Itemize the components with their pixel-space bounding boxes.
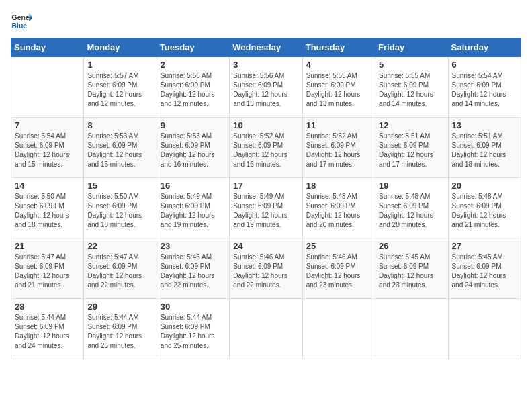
calendar-cell: 11Sunrise: 5:52 AM Sunset: 6:09 PM Dayli… [302,118,375,178]
day-number: 12 [379,120,444,130]
day-number: 2 [161,60,226,70]
calendar-cell: 12Sunrise: 5:51 AM Sunset: 6:09 PM Dayli… [375,118,448,178]
day-number: 5 [379,60,444,70]
day-info: Sunrise: 5:47 AM Sunset: 6:09 PM Dayligh… [15,253,80,290]
calendar-cell: 7Sunrise: 5:54 AM Sunset: 6:09 PM Daylig… [11,118,84,178]
calendar-cell: 21Sunrise: 5:47 AM Sunset: 6:09 PM Dayli… [11,238,84,299]
calendar-cell: 28Sunrise: 5:44 AM Sunset: 6:09 PM Dayli… [11,299,84,359]
day-info: Sunrise: 5:50 AM Sunset: 6:09 PM Dayligh… [87,192,152,230]
calendar-cell: 24Sunrise: 5:46 AM Sunset: 6:09 PM Dayli… [230,238,302,299]
day-number: 4 [306,60,371,70]
day-info: Sunrise: 5:55 AM Sunset: 6:09 PM Dayligh… [306,71,371,109]
day-info: Sunrise: 5:46 AM Sunset: 6:09 PM Dayligh… [306,253,371,290]
day-number: 10 [233,120,298,130]
day-info: Sunrise: 5:50 AM Sunset: 6:09 PM Dayligh… [15,192,80,230]
day-info: Sunrise: 5:49 AM Sunset: 6:09 PM Dayligh… [233,192,298,230]
calendar-cell: 6Sunrise: 5:54 AM Sunset: 6:09 PM Daylig… [448,57,521,118]
calendar-cell: 22Sunrise: 5:47 AM Sunset: 6:09 PM Dayli… [84,238,157,299]
day-number: 1 [87,60,152,70]
day-info: Sunrise: 5:56 AM Sunset: 6:09 PM Dayligh… [233,71,298,109]
day-number: 8 [87,120,152,130]
day-info: Sunrise: 5:54 AM Sunset: 6:09 PM Dayligh… [452,71,517,109]
calendar-cell: 5Sunrise: 5:55 AM Sunset: 6:09 PM Daylig… [375,57,448,118]
calendar-cell: 15Sunrise: 5:50 AM Sunset: 6:09 PM Dayli… [84,178,157,238]
day-number: 15 [87,181,152,191]
day-number: 23 [161,241,226,251]
calendar-cell [230,299,302,359]
day-info: Sunrise: 5:48 AM Sunset: 6:09 PM Dayligh… [379,192,444,230]
calendar-cell: 18Sunrise: 5:48 AM Sunset: 6:09 PM Dayli… [302,178,375,238]
day-number: 13 [452,120,517,130]
day-number: 19 [379,181,444,191]
calendar-cell: 14Sunrise: 5:50 AM Sunset: 6:09 PM Dayli… [11,178,84,238]
day-number: 30 [161,302,226,312]
calendar-cell: 26Sunrise: 5:45 AM Sunset: 6:09 PM Dayli… [375,238,448,299]
day-number: 6 [452,60,517,70]
day-number: 28 [15,302,80,312]
day-info: Sunrise: 5:44 AM Sunset: 6:09 PM Dayligh… [161,313,226,351]
day-number: 11 [306,120,371,130]
day-number: 16 [161,181,226,191]
day-number: 26 [379,241,444,251]
day-info: Sunrise: 5:46 AM Sunset: 6:09 PM Dayligh… [161,253,226,290]
calendar-week-row: 28Sunrise: 5:44 AM Sunset: 6:09 PM Dayli… [11,299,521,359]
calendar-cell: 29Sunrise: 5:44 AM Sunset: 6:09 PM Dayli… [84,299,157,359]
day-info: Sunrise: 5:48 AM Sunset: 6:09 PM Dayligh… [306,192,371,230]
day-number: 27 [452,241,517,251]
calendar-cell [11,57,84,118]
weekday-header: Sunday [11,38,84,57]
calendar-cell: 1Sunrise: 5:57 AM Sunset: 6:09 PM Daylig… [84,57,157,118]
day-info: Sunrise: 5:55 AM Sunset: 6:09 PM Dayligh… [379,71,444,109]
day-info: Sunrise: 5:45 AM Sunset: 6:09 PM Dayligh… [452,253,517,290]
day-number: 29 [87,302,152,312]
calendar-cell: 8Sunrise: 5:53 AM Sunset: 6:09 PM Daylig… [84,118,157,178]
calendar-week-row: 7Sunrise: 5:54 AM Sunset: 6:09 PM Daylig… [11,118,521,178]
day-info: Sunrise: 5:54 AM Sunset: 6:09 PM Dayligh… [15,132,80,169]
day-info: Sunrise: 5:48 AM Sunset: 6:09 PM Dayligh… [452,192,517,230]
day-info: Sunrise: 5:46 AM Sunset: 6:09 PM Dayligh… [233,253,298,290]
weekday-header: Thursday [302,38,375,57]
calendar-cell: 27Sunrise: 5:45 AM Sunset: 6:09 PM Dayli… [448,238,521,299]
weekday-header: Tuesday [157,38,229,57]
calendar-cell [302,299,375,359]
calendar-cell: 23Sunrise: 5:46 AM Sunset: 6:09 PM Dayli… [157,238,229,299]
day-number: 9 [161,120,226,130]
logo: General Blue [11,11,32,32]
day-number: 18 [306,181,371,191]
day-number: 7 [15,120,80,130]
weekday-header: Wednesday [230,38,302,57]
calendar-cell: 4Sunrise: 5:55 AM Sunset: 6:09 PM Daylig… [302,57,375,118]
day-info: Sunrise: 5:57 AM Sunset: 6:09 PM Dayligh… [87,71,152,109]
calendar-cell [448,299,521,359]
calendar-week-row: 1Sunrise: 5:57 AM Sunset: 6:09 PM Daylig… [11,57,521,118]
day-info: Sunrise: 5:56 AM Sunset: 6:09 PM Dayligh… [161,71,226,109]
day-info: Sunrise: 5:51 AM Sunset: 6:09 PM Dayligh… [452,132,517,169]
day-info: Sunrise: 5:53 AM Sunset: 6:09 PM Dayligh… [87,132,152,169]
day-number: 21 [15,241,80,251]
calendar-cell: 3Sunrise: 5:56 AM Sunset: 6:09 PM Daylig… [230,57,302,118]
day-info: Sunrise: 5:52 AM Sunset: 6:09 PM Dayligh… [233,132,298,169]
day-info: Sunrise: 5:44 AM Sunset: 6:09 PM Dayligh… [87,313,152,351]
calendar-week-row: 14Sunrise: 5:50 AM Sunset: 6:09 PM Dayli… [11,178,521,238]
day-number: 25 [306,241,371,251]
day-number: 22 [87,241,152,251]
svg-text:Blue: Blue [12,22,28,30]
calendar-cell: 30Sunrise: 5:44 AM Sunset: 6:09 PM Dayli… [157,299,229,359]
day-info: Sunrise: 5:45 AM Sunset: 6:09 PM Dayligh… [379,253,444,290]
weekday-header: Friday [375,38,448,57]
calendar-cell: 2Sunrise: 5:56 AM Sunset: 6:09 PM Daylig… [157,57,229,118]
day-info: Sunrise: 5:44 AM Sunset: 6:09 PM Dayligh… [15,313,80,351]
calendar-cell [375,299,448,359]
header-row: SundayMondayTuesdayWednesdayThursdayFrid… [11,38,521,57]
calendar-cell: 9Sunrise: 5:53 AM Sunset: 6:09 PM Daylig… [157,118,229,178]
logo-icon: General Blue [11,11,32,32]
calendar-cell: 16Sunrise: 5:49 AM Sunset: 6:09 PM Dayli… [157,178,229,238]
day-number: 17 [233,181,298,191]
calendar-cell: 25Sunrise: 5:46 AM Sunset: 6:09 PM Dayli… [302,238,375,299]
calendar-cell: 10Sunrise: 5:52 AM Sunset: 6:09 PM Dayli… [230,118,302,178]
calendar-cell: 17Sunrise: 5:49 AM Sunset: 6:09 PM Dayli… [230,178,302,238]
day-number: 20 [452,181,517,191]
day-info: Sunrise: 5:49 AM Sunset: 6:09 PM Dayligh… [161,192,226,230]
day-info: Sunrise: 5:52 AM Sunset: 6:09 PM Dayligh… [306,132,371,169]
calendar-cell: 19Sunrise: 5:48 AM Sunset: 6:09 PM Dayli… [375,178,448,238]
